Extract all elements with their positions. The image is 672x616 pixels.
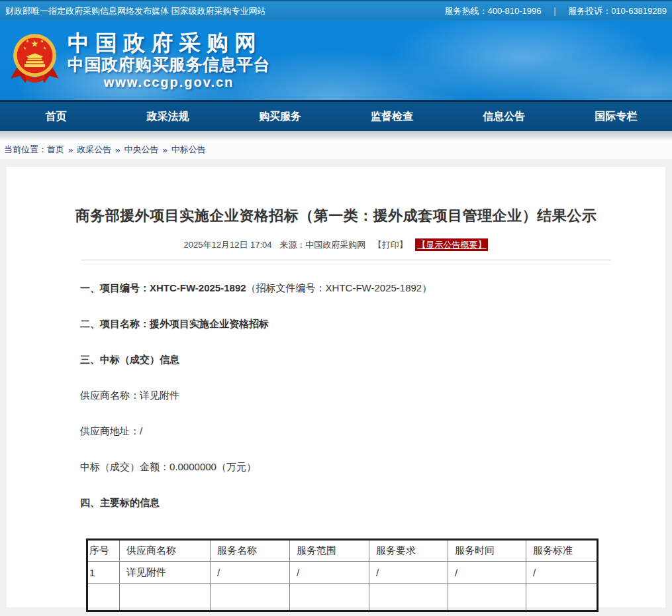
table-cell: 详见附件 bbox=[120, 562, 211, 584]
meta-datetime: 2025年12月12日 17:04 bbox=[184, 240, 272, 250]
breadcrumb-separator: » bbox=[115, 145, 120, 155]
hotline-label: 服务热线： bbox=[444, 5, 487, 17]
table-cell bbox=[526, 584, 598, 611]
topbar-slogan: 财政部唯一指定政府采购信息网络发布媒体 国家级政府采购专业网站 bbox=[5, 5, 266, 17]
col-service-scope: 服务范围 bbox=[290, 540, 369, 562]
paragraph-supplier-name: 供应商名称：详见附件 bbox=[80, 389, 639, 402]
paragraph-supplier-address: 供应商地址：/ bbox=[80, 425, 639, 438]
breadcrumb-award-announcements[interactable]: 中标公告 bbox=[171, 144, 206, 156]
table-cell: / bbox=[290, 562, 369, 584]
site-subtitle: 中国政府购买服务信息平台 bbox=[68, 55, 270, 75]
site-logo[interactable]: 中国政府采购网 中国政府购买服务信息平台 www.ccgp.gov.cn bbox=[9, 31, 270, 91]
nav-item-supervision[interactable]: 监督检查 bbox=[336, 110, 448, 124]
topbar: 财政部唯一指定政府采购信息网络发布媒体 国家级政府采购专业网站 服务热线： 40… bbox=[0, 0, 672, 21]
col-service-requirements: 服务要求 bbox=[369, 540, 448, 562]
breadcrumb-separator: » bbox=[162, 145, 167, 155]
breadcrumb-procurement-announcements[interactable]: 政采公告 bbox=[77, 144, 111, 156]
hotline-number: 400-810-1996 bbox=[487, 6, 541, 16]
nav-item-announcements[interactable]: 信息公告 bbox=[448, 110, 560, 124]
nav-item-regulations[interactable]: 政采法规 bbox=[112, 110, 224, 124]
table-header-row: 序号 供应商名称 服务名称 服务范围 服务要求 服务时间 服务标准 bbox=[87, 540, 598, 562]
breadcrumb-central-announcements[interactable]: 中央公告 bbox=[124, 144, 158, 156]
topbar-contact: 服务热线： 400-810-1996 ｜ 服务投诉： 010-63819289 bbox=[444, 5, 667, 17]
col-supplier-name: 供应商名称 bbox=[120, 540, 211, 562]
col-service-standard: 服务标准 bbox=[526, 540, 598, 562]
table-cell bbox=[290, 584, 369, 611]
table-cell: 1 bbox=[87, 562, 120, 584]
award-info-bold: 三、中标（成交）信息 bbox=[80, 354, 179, 365]
paragraph-award-info-heading: 三、中标（成交）信息 bbox=[80, 353, 639, 366]
paragraph-subject-info-heading: 四、主要标的信息 bbox=[80, 496, 639, 509]
paragraph-project-number: 一、项目编号：XHTC-FW-2025-1892（招标文件编号：XHTC-FW-… bbox=[80, 282, 639, 295]
nav-item-international[interactable]: 国际专栏 bbox=[560, 110, 672, 124]
project-number-bold: 一、项目编号：XHTC-FW-2025-1892 bbox=[80, 282, 246, 293]
supplier-address-text: 供应商地址：/ bbox=[80, 425, 142, 436]
table-cell bbox=[211, 584, 290, 611]
table-cell: / bbox=[369, 562, 448, 584]
nav-shadow bbox=[0, 131, 672, 140]
col-service-name: 服务名称 bbox=[211, 540, 290, 562]
logo-text: 中国政府采购网 中国政府购买服务信息平台 www.ccgp.gov.cn bbox=[68, 31, 270, 91]
breadcrumb-label: 当前位置： bbox=[4, 144, 47, 156]
article-body: 一、项目编号：XHTC-FW-2025-1892（招标文件编号：XHTC-FW-… bbox=[7, 260, 665, 612]
topbar-divider: ｜ bbox=[550, 5, 559, 17]
supplier-name-text: 供应商名称：详见附件 bbox=[80, 389, 179, 401]
paragraph-project-name: 二、项目名称：援外项目实施企业资格招标 bbox=[80, 317, 639, 331]
complaint-number: 010-63819289 bbox=[611, 6, 667, 16]
print-button[interactable]: 【打印】 bbox=[373, 240, 408, 250]
project-number-normal: （招标文件编号：XHTC-FW-2025-1892） bbox=[246, 282, 432, 293]
col-service-time: 服务时间 bbox=[448, 540, 526, 562]
table-cell: / bbox=[526, 562, 598, 584]
breadcrumb-home[interactable]: 首页 bbox=[47, 144, 64, 156]
breadcrumb-separator: » bbox=[68, 145, 73, 155]
page: 财政部唯一指定政府采购信息网络发布媒体 国家级政府采购专业网站 服务热线： 40… bbox=[0, 0, 672, 616]
project-name-bold: 二、项目名称：援外项目实施企业资格招标 bbox=[80, 318, 269, 329]
table-cell: / bbox=[211, 562, 290, 584]
article-title: 商务部援外项目实施企业资格招标（第一类：援外成套项目管理企业）结果公示 bbox=[7, 167, 665, 226]
table-row-empty bbox=[87, 584, 598, 611]
main-nav: 首页 政采法规 购买服务 监督检查 信息公告 国际专栏 bbox=[0, 100, 672, 131]
table-cell bbox=[448, 584, 526, 611]
nav-item-purchase-services[interactable]: 购买服务 bbox=[224, 110, 336, 124]
nav-item-home[interactable]: 首页 bbox=[0, 110, 112, 124]
site-header: 中国政府采购网 中国政府购买服务信息平台 www.ccgp.gov.cn bbox=[0, 21, 672, 100]
article-container: 商务部援外项目实施企业资格招标（第一类：援外成套项目管理企业）结果公示 2025… bbox=[7, 167, 665, 607]
subject-info-table: 序号 供应商名称 服务名称 服务范围 服务要求 服务时间 服务标准 1 详见附件… bbox=[86, 539, 599, 612]
breadcrumb: 当前位置： 首页 » 政采公告 » 中央公告 » 中标公告 bbox=[0, 140, 672, 159]
site-url: www.ccgp.gov.cn bbox=[68, 74, 270, 91]
paragraph-award-amount: 中标（成交）金额：0.0000000（万元） bbox=[80, 460, 639, 474]
show-summary-button[interactable]: 【显示公告概要】 bbox=[415, 238, 488, 251]
table-cell bbox=[369, 584, 448, 611]
award-amount-text: 中标（成交）金额：0.0000000（万元） bbox=[80, 461, 256, 472]
complaint-label: 服务投诉： bbox=[568, 5, 611, 17]
table-cell bbox=[87, 584, 120, 611]
subject-info-bold: 四、主要标的信息 bbox=[80, 497, 160, 508]
table-cell bbox=[120, 584, 211, 611]
article-meta: 2025年12月12日 17:04 来源：中国政府采购网 【打印】 【显示公告概… bbox=[7, 239, 665, 251]
table-row: 1 详见附件 / / / / / bbox=[87, 562, 598, 584]
site-name: 中国政府采购网 bbox=[68, 31, 270, 55]
col-serial-number: 序号 bbox=[87, 540, 120, 562]
table-cell: / bbox=[448, 562, 526, 584]
national-emblem-icon bbox=[9, 31, 61, 88]
meta-source: 来源：中国政府采购网 bbox=[279, 240, 365, 250]
